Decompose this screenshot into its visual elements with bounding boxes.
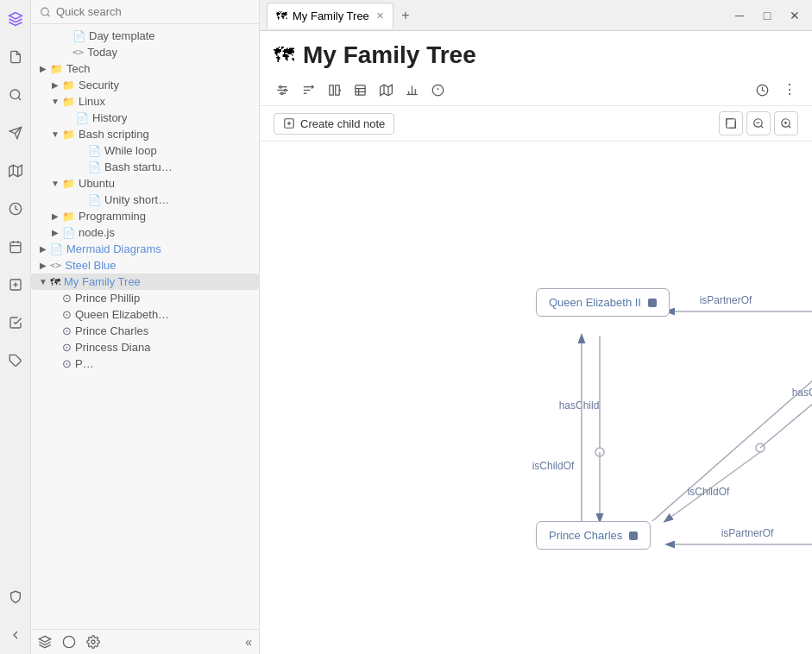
checkbox-icon[interactable] <box>3 311 28 335</box>
node-prince-charles[interactable]: Prince Charles <box>536 521 651 550</box>
info-button[interactable] <box>425 78 450 102</box>
svg-line-17 <box>47 14 49 16</box>
sidebar-item-unity-shortcuts[interactable]: 📄 Unity short… <box>31 192 259 208</box>
svg-point-0 <box>10 90 20 99</box>
node-handle-queen-elizabeth[interactable] <box>648 299 657 307</box>
more-options-button[interactable]: ⋮ <box>777 78 802 102</box>
puzzle-icon[interactable] <box>3 349 28 373</box>
toolbar: ⋮ <box>260 74 812 106</box>
svg-point-19 <box>63 636 74 647</box>
table-button[interactable] <box>348 78 372 102</box>
search-bar[interactable] <box>31 0 259 24</box>
svg-text:isChildOf: isChildOf <box>532 460 575 472</box>
node-prince-charles-label: Prince Charles <box>549 529 622 542</box>
node-queen-elizabeth-label: Queen Elizabeth II <box>549 296 641 309</box>
map-button[interactable] <box>374 78 398 102</box>
maximize-button[interactable]: □ <box>757 5 777 26</box>
node-queen-elizabeth[interactable]: Queen Elizabeth II <box>536 288 670 317</box>
main-area: 🗺 My Family Tree ✕ + ─ □ ✕ 🗺 My Family T… <box>260 0 812 654</box>
sort-button[interactable] <box>296 78 320 102</box>
map-icon[interactable] <box>3 159 28 183</box>
left-icon-bar <box>0 0 31 654</box>
settings-icon[interactable] <box>86 635 100 649</box>
svg-rect-8 <box>10 242 21 253</box>
search-input[interactable] <box>56 5 250 18</box>
svg-rect-52 <box>727 119 736 129</box>
svg-marker-38 <box>380 85 392 96</box>
sidebar-item-bash-scripting[interactable]: ▼ 📁 Bash scripting <box>31 126 259 142</box>
sidebar-item-today[interactable]: <> Today <box>31 44 259 60</box>
chart-button[interactable] <box>400 78 424 102</box>
sidebar-item-ubuntu[interactable]: ▼ 📁 Ubuntu <box>31 175 259 192</box>
add-column-button[interactable] <box>322 78 346 102</box>
search-icon <box>40 6 51 18</box>
svg-line-1 <box>18 97 21 100</box>
sidebar-item-nodejs[interactable]: ▶ 📄 node.js <box>31 224 259 241</box>
sidebar-item-tech[interactable]: ▶ 📁 Tech <box>31 60 259 77</box>
calendar-icon[interactable] <box>3 235 28 259</box>
layers-icon[interactable] <box>38 635 52 649</box>
svg-marker-18 <box>39 636 50 642</box>
history-button[interactable] <box>750 78 774 102</box>
sidebar-item-mermaid[interactable]: ▶ 📄 Mermaid Diagrams <box>31 241 259 257</box>
clock-icon[interactable] <box>3 197 28 221</box>
svg-point-24 <box>279 85 281 88</box>
sidebar-item-prince-charles-tree[interactable]: ⊙ Prince Charles <box>31 323 259 339</box>
logo-icon[interactable] <box>3 7 28 31</box>
svg-text:hasChild: hasChild <box>559 399 600 412</box>
sidebar-item-steel-blue[interactable]: ▶ <> Steel Blue <box>31 257 259 274</box>
collapse-sidebar-button[interactable]: « <box>245 635 252 649</box>
svg-text:isPartnerOf: isPartnerOf <box>700 294 752 306</box>
svg-rect-34 <box>355 85 364 94</box>
circle-icon[interactable] <box>62 635 76 649</box>
minimize-button[interactable]: ─ <box>729 5 750 26</box>
file-icon[interactable] <box>3 45 28 69</box>
sidebar-bottom: « <box>31 629 259 654</box>
svg-line-73 <box>652 336 812 521</box>
sidebar-item-bash-startup[interactable]: 📄 Bash startu… <box>31 159 259 175</box>
sidebar: 📄 Day template <> Today ▶ 📁 Tech ▶ 📁 Sec… <box>31 0 260 654</box>
sidebar-item-extra[interactable]: ⊙ P… <box>31 355 259 372</box>
plus-square-icon[interactable] <box>3 273 28 297</box>
sidebar-item-my-family-tree[interactable]: ▼ 🗺 My Family Tree <box>31 274 259 290</box>
security-label: Security <box>79 79 119 91</box>
svg-point-16 <box>41 8 49 16</box>
sidebar-tree: 📄 Day template <> Today ▶ 📁 Tech ▶ 📁 Sec… <box>31 24 259 629</box>
send-icon[interactable] <box>3 121 28 145</box>
sidebar-item-programming[interactable]: ▶ 📁 Programming <box>31 208 259 224</box>
close-tab-button[interactable]: ✕ <box>376 10 384 22</box>
svg-rect-31 <box>335 85 338 94</box>
sidebar-item-prince-phillip[interactable]: ⊙ Prince Phillip <box>31 290 259 306</box>
svg-point-26 <box>280 92 283 95</box>
zoom-in-button[interactable] <box>774 111 798 135</box>
sidebar-item-while-loop[interactable]: 📄 While loop <box>31 142 259 159</box>
sidebar-item-history[interactable]: 📄 History <box>31 110 259 126</box>
svg-point-25 <box>284 89 286 91</box>
search-icon[interactable] <box>3 83 28 107</box>
zoom-reset-button[interactable] <box>719 111 743 135</box>
page-icon: 🗺 <box>274 43 294 67</box>
sidebar-item-security[interactable]: ▶ 📁 Security <box>31 77 259 93</box>
tab-bar: 🗺 My Family Tree ✕ + ─ □ ✕ <box>260 0 812 31</box>
zoom-out-button[interactable] <box>746 111 771 135</box>
sidebar-item-princess-diana-tree[interactable]: ⊙ Princess Diana <box>31 339 259 355</box>
sidebar-item-linux[interactable]: ▼ 📁 Linux <box>31 93 259 110</box>
sidebar-item-queen-elizabeth[interactable]: ⊙ Queen Elizabeth… <box>31 306 259 323</box>
node-handle-prince-charles[interactable] <box>629 531 638 540</box>
sidebar-item-day-template[interactable]: 📄 Day template <box>31 28 259 44</box>
history-label: History <box>92 111 127 124</box>
chevron-left-icon[interactable] <box>3 623 28 647</box>
svg-marker-4 <box>9 165 22 176</box>
sidebar-bottom-icons <box>38 635 100 649</box>
action-bar: Create child note <box>260 106 812 141</box>
add-tab-button[interactable]: + <box>395 5 416 26</box>
graph-canvas[interactable]: isPartnerOf hasChild hasChild isChildOf … <box>260 141 812 654</box>
svg-rect-30 <box>329 85 332 94</box>
shield-icon[interactable] <box>3 585 28 609</box>
filter-button[interactable] <box>270 78 294 102</box>
create-child-note-button[interactable]: Create child note <box>274 113 394 135</box>
tab-label: My Family Tree <box>293 9 369 22</box>
tab-my-family-tree[interactable]: 🗺 My Family Tree ✕ <box>267 3 393 28</box>
svg-line-54 <box>761 126 764 129</box>
close-window-button[interactable]: ✕ <box>784 5 805 26</box>
